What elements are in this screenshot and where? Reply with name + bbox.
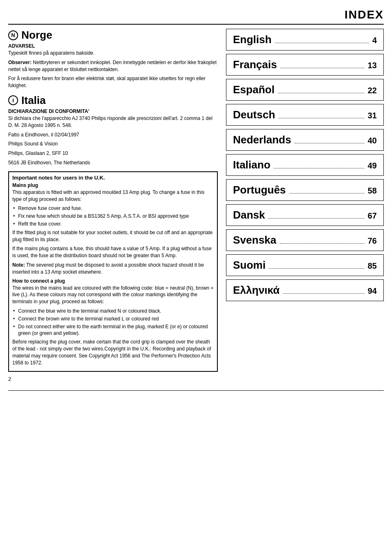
observer-content: Nettbryteren er sekundert innkoplet. Den… — [8, 60, 217, 72]
lang-dots-2 — [278, 93, 364, 93]
lang-dots-6 — [289, 193, 364, 194]
philips2: Philips, Glaslaan 2, SFF 10 — [8, 150, 218, 157]
footer-line — [8, 390, 384, 392]
lang-page-4: 40 — [368, 136, 377, 145]
bullet-wire-1: Connect the blue wire to the terminal ma… — [12, 308, 214, 315]
lang-page-10: 94 — [368, 286, 377, 296]
lang-box-suomi: Suomi85 — [226, 254, 384, 276]
lang-name-3: Deutsch — [233, 108, 275, 121]
note-content: The severed plug must be disposed to avo… — [12, 262, 204, 275]
lang-box-portugus: Português58 — [226, 179, 384, 201]
lang-box-svenska: Svenska76 — [226, 229, 384, 251]
header: INDEX — [8, 8, 384, 25]
lang-name-9: Suomi — [233, 259, 265, 272]
lang-name-5: Italiano — [233, 159, 270, 171]
foran-text: For å redusere faren for brann eller ele… — [8, 75, 218, 89]
fatto-text: Fatto a Eindhoven, il 02/04/1997 — [8, 131, 218, 138]
lang-name-0: English — [233, 33, 272, 46]
norge-section: N Norge ADVARSEL Typeskilt finnes på app… — [8, 29, 218, 89]
norge-heading: Norge — [21, 29, 52, 41]
page-number: 2 — [8, 376, 218, 382]
socket-text: If the fitted plug is not suitable for y… — [12, 229, 214, 243]
bullet-fuse-1: Remove fuse cover and fuse. — [12, 205, 214, 212]
lang-name-1: Français — [233, 58, 277, 71]
lang-name-10: Ελληνικά — [233, 284, 279, 297]
lang-dots-8 — [280, 243, 364, 244]
page: INDEX N Norge ADVARSEL Typeskilt finnes … — [0, 0, 392, 553]
lang-box-espaol: Español22 — [226, 79, 384, 101]
lang-page-8: 76 — [368, 236, 377, 246]
right-column: English4Français13Español22Deutsch31Nede… — [226, 29, 384, 382]
lang-dots-5 — [274, 168, 364, 168]
left-column: N Norge ADVARSEL Typeskilt finnes på app… — [8, 29, 218, 382]
lang-dots-7 — [268, 218, 364, 219]
lang-box-italiano: Italiano49 — [226, 154, 384, 176]
lang-dots-3 — [279, 118, 364, 118]
lang-page-0: 4 — [372, 36, 377, 45]
note-text: Note: The severed plug must be disposed … — [12, 262, 214, 276]
lang-box-english: English4 — [226, 29, 384, 51]
lang-dots-1 — [280, 68, 364, 68]
how-label: How to connect a plug — [12, 278, 214, 284]
lang-name-2: Español — [233, 83, 274, 96]
lang-name-6: Português — [233, 184, 286, 196]
lang-dots-9 — [269, 268, 364, 269]
uk-box: Important notes for users in the U.K. Ma… — [8, 171, 218, 372]
advarsel-text: Typeskilt finnes på apparatens bakside. — [8, 50, 218, 57]
lang-dots-0 — [275, 43, 369, 43]
philips1: Philips Sound & Vision — [8, 141, 218, 147]
fuse-bullets: Remove fuse cover and fuse. Fix new fuse… — [12, 205, 214, 227]
lang-page-3: 31 — [368, 111, 377, 120]
lang-page-2: 22 — [368, 86, 377, 95]
how-text: The wires in the mains lead are coloured… — [12, 285, 214, 305]
main-layout: N Norge ADVARSEL Typeskilt finnes på app… — [8, 29, 384, 382]
philips3: 5616 JB Eindhoven, The Netherlands — [8, 159, 218, 166]
observer-bold: Observer: — [8, 60, 32, 65]
bullet-fuse-2: Fix new fuse which should be a BS1362 5 … — [12, 213, 214, 220]
note-bold: Note: — [12, 262, 25, 268]
lang-box-franais: Français13 — [226, 54, 384, 76]
mains-plug-label: Mains plug — [12, 182, 214, 188]
lang-name-7: Dansk — [233, 209, 265, 221]
lang-name-8: Svenska — [233, 234, 277, 247]
dichiarazione-text: Si dichiara che l'apparecchio AJ 3740 Ph… — [8, 115, 218, 129]
lang-box-: Ελληνικά94 — [226, 279, 384, 301]
observer-text: Observer: Nettbryteren er sekundert innk… — [8, 59, 218, 73]
italia-circle: I — [8, 95, 18, 105]
dichiarazione-label: DICHIARAZIONE DI CONFORMITA' — [8, 108, 218, 114]
advarsel-label: ADVARSEL — [8, 43, 218, 49]
lang-name-4: Nederlands — [233, 134, 291, 146]
lang-dots-4 — [295, 143, 364, 143]
lang-page-6: 58 — [368, 186, 377, 196]
bullet-wire-2: Connect the brown wire to the terminal m… — [12, 316, 214, 323]
lang-box-nederlands: Nederlands40 — [226, 129, 384, 151]
fuse-text: If the mains plug contains a fuse, this … — [12, 245, 214, 259]
italia-title-row: I Italia — [8, 94, 218, 107]
page-title: INDEX — [344, 8, 384, 21]
italia-section: I Italia DICHIARAZIONE DI CONFORMITA' Si… — [8, 94, 218, 166]
uk-box-title: Important notes for users in the U.K. — [12, 175, 214, 181]
lang-box-dansk: Dansk67 — [226, 204, 384, 226]
lang-page-9: 85 — [368, 261, 377, 271]
lang-dots-10 — [283, 293, 364, 294]
norge-circle: N — [8, 30, 18, 40]
lang-page-7: 67 — [368, 211, 377, 221]
wire-bullets: Connect the blue wire to the terminal ma… — [12, 308, 214, 337]
mains-plug-text: This apparatus is fitted with an approve… — [12, 189, 214, 203]
lang-page-5: 49 — [368, 161, 377, 171]
norge-title-row: N Norge — [8, 29, 218, 41]
lang-box-deutsch: Deutsch31 — [226, 104, 384, 126]
italia-heading: Italia — [21, 94, 46, 107]
bullet-fuse-3: Refit the fuse cover. — [12, 221, 214, 228]
before-text: Before replacing the plug cover, make ce… — [12, 339, 214, 366]
bullet-wire-3: Do not connect either wire to the earth … — [12, 323, 214, 337]
lang-page-1: 13 — [368, 61, 377, 70]
